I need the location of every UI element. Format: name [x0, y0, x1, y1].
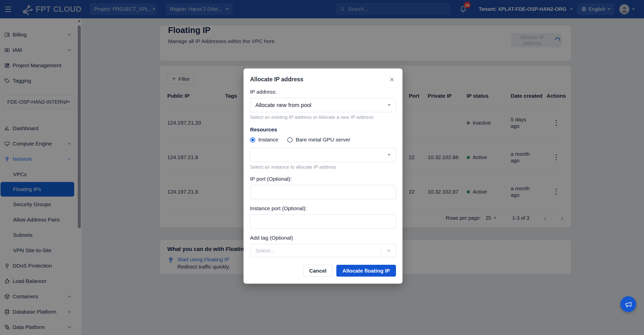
chevron-down-icon	[386, 248, 391, 253]
ip-port-label: IP port (Optional):	[250, 176, 396, 182]
megaphone-icon	[624, 300, 632, 308]
radio-unselected-icon	[287, 137, 293, 142]
radio-instance[interactable]: Instance	[250, 137, 278, 143]
add-tag-select[interactable]: Select...	[250, 244, 396, 257]
support-announcement-button[interactable]	[620, 296, 636, 312]
close-button[interactable]	[389, 77, 395, 83]
allocate-ip-address-modal: Allocate IP address IP address: Allocate…	[244, 68, 403, 284]
ip-port-input[interactable]	[250, 185, 396, 199]
ip-address-select[interactable]: Allocate new from pool	[250, 98, 396, 112]
instance-port-input[interactable]	[250, 214, 396, 229]
instance-port-label: Instance port (Optional):	[250, 205, 396, 211]
tag-select-placeholder: Select...	[255, 248, 274, 254]
radio-selected-icon	[250, 137, 255, 142]
add-tag-label: Add tag (Optional)	[250, 235, 396, 241]
chevron-down-icon	[388, 104, 391, 106]
ip-address-label: IP address:	[250, 89, 396, 95]
ip-address-helper: Select an existing IP address or Allocat…	[250, 115, 396, 120]
chevron-down-icon	[388, 154, 391, 156]
close-icon	[389, 77, 395, 83]
resources-label: Resources	[250, 127, 396, 133]
allocate-floating-ip-button[interactable]: Allocate floating IP	[336, 265, 396, 277]
select-divider	[381, 247, 381, 254]
instance-helper: Select an instance to allocate IP addres…	[250, 164, 396, 170]
modal-title: Allocate IP address	[250, 76, 303, 83]
cancel-button[interactable]: Cancel	[303, 265, 332, 277]
instance-select[interactable]	[250, 148, 396, 162]
radio-bare-metal-gpu-server[interactable]: Bare metal GPU server	[287, 137, 350, 143]
